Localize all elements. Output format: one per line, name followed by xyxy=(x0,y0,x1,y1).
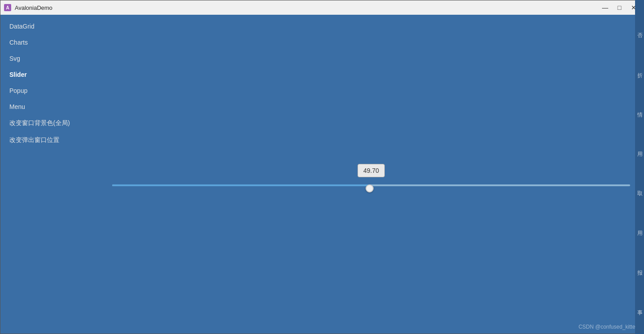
watermark: CSDN @confused_kitten xyxy=(578,324,638,330)
app-icon-text: A xyxy=(6,5,9,10)
sidebar-item-datagrid[interactable]: DataGrid xyxy=(0,18,99,34)
title-bar: A AvaloniaDemo — □ ✕ xyxy=(0,0,644,15)
sidebar-item-charts[interactable]: Charts xyxy=(0,34,99,50)
sidebar-item-menu[interactable]: Menu xyxy=(0,99,99,115)
slider-value-display: 49.70 xyxy=(363,167,379,174)
window-title: AvaloniaDemo xyxy=(15,4,52,11)
sidebar-item-popup[interactable]: Popup xyxy=(0,83,99,99)
right-panel: 49.70 CSDN @confused_kitten xyxy=(99,15,644,334)
minimize-button[interactable]: — xyxy=(599,3,611,12)
app-icon: A xyxy=(4,4,11,11)
title-bar-left: A AvaloniaDemo xyxy=(4,4,52,11)
slider-container: 49.70 xyxy=(99,164,644,184)
right-edge-panel: 否 折 情 用 取 用 报 事 xyxy=(635,15,644,334)
sidebar-item-svg[interactable]: Svg xyxy=(0,50,99,67)
sidebar-item-popup-pos[interactable]: 改变弹出窗口位置 xyxy=(0,132,99,149)
sidebar-item-bg-color[interactable]: 改变窗口背景色(全局) xyxy=(0,115,99,132)
sidebar-item-slider[interactable]: Slider xyxy=(0,67,99,83)
sidebar: DataGrid Charts Svg Slider Popup Menu 改变… xyxy=(0,15,99,334)
title-bar-controls: — □ ✕ xyxy=(599,3,640,12)
maximize-button[interactable]: □ xyxy=(613,3,626,12)
app-window: A AvaloniaDemo — □ ✕ DataGrid Charts Svg… xyxy=(0,0,644,334)
main-content: DataGrid Charts Svg Slider Popup Menu 改变… xyxy=(0,15,644,334)
slider-tooltip: 49.70 xyxy=(358,164,385,177)
